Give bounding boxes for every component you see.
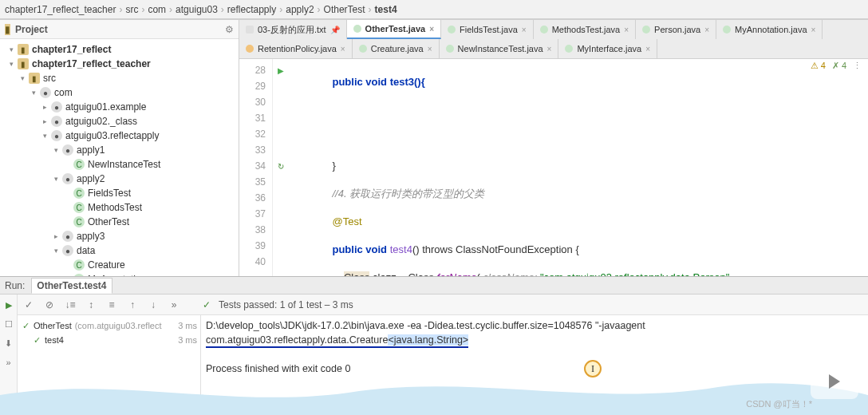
pkg-icon: ● [62,245,73,256]
tree-row[interactable]: ▾▮chapter17_reflect [0,42,239,57]
chevron-icon[interactable]: ▾ [6,45,16,54]
tree-row[interactable]: ▾▮chapter17_reflect_teacher [0,57,239,71]
editor-tab[interactable]: FieldsTest.java× [441,20,534,39]
tree-label: atguigu01.example [65,101,146,113]
editor-tab[interactable]: Person.java× [636,20,716,39]
close-icon[interactable]: × [429,25,434,34]
close-icon[interactable]: × [341,45,345,53]
editor-tab[interactable]: NewInstanceTest.java× [440,39,559,58]
chevron-icon[interactable] [62,160,72,169]
chevron-icon[interactable] [62,217,72,227]
tree-row[interactable]: ▾●atguigu03.reflectapply [0,128,239,143]
project-tree[interactable]: ▾▮chapter17_reflect▾▮chapter17_reflect_t… [0,39,239,276]
tab-label: NewInstanceTest.java [458,44,543,53]
pkg-icon: ● [62,173,73,184]
crumb[interactable]: atguigu03 [176,4,218,15]
console-line: D:\develop_tools\JDK\jdk-17.0.2\bin\java… [206,318,863,333]
project-tool-icon: ▮ [5,24,10,35]
tree-row[interactable]: ▸●apply3 [0,229,239,243]
collapse-icon: ≡ [105,298,118,311]
editor-tab[interactable]: 03-反射的应用.txt📌 [239,20,347,39]
expand-icon: ↕ [85,298,97,311]
tree-label: apply1 [77,144,105,156]
file-icon [565,45,573,53]
chevron-icon[interactable]: ▾ [51,246,61,255]
pkg-icon: ● [62,231,73,242]
cls-icon: C [73,216,85,227]
filter-icon: ⊘ [43,298,56,311]
tree-label: OtherTest [88,216,129,227]
editor-tabs[interactable]: 03-反射的应用.txt📌OtherTest.java×FieldsTest.j… [239,20,868,59]
tree-row[interactable]: ▾▮src [0,71,239,85]
crumb[interactable]: chapter17_reflect_teacher [5,4,116,15]
chevron-icon[interactable]: ▸ [51,231,61,241]
chevron-icon[interactable]: ▾ [51,145,61,155]
chevron-icon[interactable]: ▾ [6,59,16,69]
tree-row[interactable]: COtherTest [0,215,239,229]
tree-label: FieldsTest [88,188,131,199]
crumb[interactable]: com [148,4,166,15]
crumb[interactable]: src [125,4,138,15]
pin-icon[interactable]: 📌 [330,26,340,34]
close-icon[interactable]: × [624,26,629,34]
tab-label: 03-反射的应用.txt [258,24,326,36]
crumb[interactable]: apply2 [286,4,314,15]
editor-tab[interactable]: MyAnnotation.java× [716,20,823,39]
file-icon [359,45,367,53]
close-icon[interactable]: × [811,26,816,34]
tree-row[interactable]: ▾●com [0,85,239,100]
crumb[interactable]: test4 [375,4,397,15]
tree-row[interactable]: ▸●atguigu01.example [0,100,239,114]
close-icon[interactable]: × [645,45,650,53]
run-label: Run: [5,280,25,291]
tests-passed-label: Tests passed: 1 of 1 test – 3 ms [219,299,353,310]
chevron-icon[interactable] [62,188,72,198]
close-icon[interactable]: × [428,45,432,53]
gutter-icons: ▶↻ [273,59,289,276]
tree-row[interactable]: ▾●apply1 [0,143,239,157]
tree-row[interactable]: CCreature [0,258,239,272]
close-icon[interactable]: × [704,26,709,34]
editor-tab[interactable]: MyInterface.java× [558,39,657,58]
run-tab[interactable]: OtherTest.test4 [31,278,112,294]
close-icon[interactable]: × [547,45,552,53]
editor-tab[interactable]: Creature.java× [353,39,440,58]
tree-row[interactable]: CFieldsTest [0,186,239,200]
folder-icon: ▮ [18,58,29,69]
tree-row[interactable]: ▸●atguigu02._class [0,114,239,128]
chevron-icon[interactable] [62,203,72,212]
inspection-indicators[interactable]: ⚠ 4 ✗ 4 ⋮ [811,61,862,71]
close-icon[interactable]: × [522,26,527,34]
chevron-icon[interactable]: ▾ [51,174,61,184]
tree-row[interactable]: ▾●apply2 [0,172,239,186]
tree-row[interactable]: CMethodsTest [0,200,239,215]
crumb[interactable]: reflectapply [227,4,276,15]
chevron-icon[interactable]: ▾ [29,88,38,97]
down-icon: ⬇ [3,338,14,349]
chevron-icon[interactable]: ▸ [40,117,49,126]
chevron-icon[interactable]: ▸ [40,102,49,112]
test-tree[interactable]: ✓OtherTest (com.atguigu03.reflect3 ms ✓t… [18,315,201,415]
file-icon [246,26,254,34]
pkg-icon: ● [62,144,73,156]
tab-label: Person.java [654,25,700,34]
run-side-toolbar[interactable]: ▶ ☐ ⬇ » [0,294,18,415]
chevron-icon[interactable]: ▾ [40,131,49,140]
tree-row[interactable]: ▾●data [0,243,239,258]
editor-tab[interactable]: OtherTest.java× [347,20,441,39]
chevron-icon[interactable] [62,260,72,270]
tree-row[interactable]: CNewInstanceTest [0,157,239,172]
tree-label: Creature [88,259,125,271]
code[interactable]: public void test3(){ } //4. 获取运行时类的带泛型的父… [289,59,868,276]
test-toolbar[interactable]: ✓ ⊘ ↓≡ ↕ ≡ ↑ ↓ » ✓ Tests passed: 1 of 1 … [18,294,868,315]
chevron-icon[interactable]: ▾ [18,73,27,83]
tab-label: MyInterface.java [577,44,641,53]
more-icon: » [3,357,14,368]
editor-tab[interactable]: MethodsTest.java× [534,20,636,39]
crumb[interactable]: OtherTest [324,4,365,15]
cls-icon: C [73,188,85,199]
gear-icon[interactable]: ⚙ [225,24,234,35]
editor-tab[interactable]: RetentionPolicy.java× [239,39,353,58]
file-icon [353,25,361,33]
tree-label: src [43,73,56,84]
